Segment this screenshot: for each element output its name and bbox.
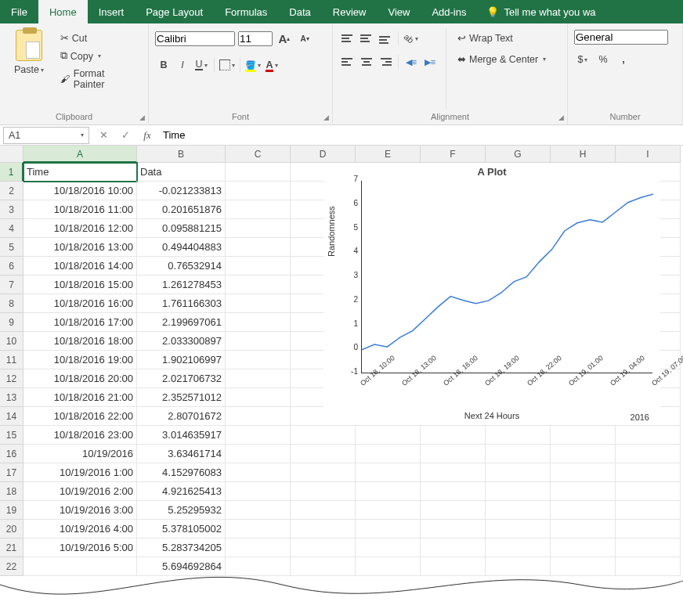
row-header-10[interactable]: 10 [0, 332, 23, 351]
cell[interactable] [551, 482, 616, 501]
cell[interactable] [291, 520, 356, 539]
cell[interactable] [421, 539, 486, 557]
cell[interactable] [226, 238, 291, 257]
cell[interactable]: 4.921625413 [137, 482, 226, 501]
paste-button[interactable]: Paste▾ [6, 27, 52, 75]
name-box[interactable]: A1 ▾ [3, 127, 89, 144]
cell[interactable]: 1.902106997 [137, 351, 226, 369]
cell[interactable]: 3.014635917 [137, 426, 226, 445]
fx-button[interactable]: fx [136, 129, 158, 142]
cell[interactable] [421, 520, 486, 539]
cell[interactable]: 10/18/2016 19:00 [23, 351, 137, 369]
tab-home[interactable]: Home [38, 0, 88, 23]
grow-font-button[interactable]: A▴ [276, 30, 293, 47]
cell[interactable] [226, 313, 291, 332]
cell[interactable] [551, 463, 616, 482]
tab-addins[interactable]: Add-ins [421, 0, 477, 23]
cell[interactable] [356, 539, 421, 557]
column-header-G[interactable]: G [486, 146, 551, 163]
cell[interactable] [226, 257, 291, 276]
bold-button[interactable]: B [155, 56, 172, 74]
percent-button[interactable]: % [594, 51, 612, 68]
cell[interactable]: 0.494404883 [137, 238, 226, 257]
cell[interactable] [356, 501, 421, 520]
fill-color-button[interactable]: 🪣▾ [244, 56, 262, 74]
comma-button[interactable]: , [615, 51, 632, 68]
row-header-8[interactable]: 8 [0, 294, 23, 313]
cell[interactable] [226, 539, 291, 557]
cell[interactable]: 5.378105002 [137, 520, 226, 539]
row-header-14[interactable]: 14 [0, 407, 23, 426]
cell[interactable] [616, 520, 681, 539]
cell[interactable] [226, 294, 291, 313]
cell[interactable] [291, 501, 356, 520]
cell[interactable]: 5.25295932 [137, 501, 226, 520]
tab-review[interactable]: Review [322, 0, 378, 23]
cell[interactable] [486, 501, 551, 520]
cell[interactable]: 10/18/2016 22:00 [23, 407, 137, 426]
row-header-16[interactable]: 16 [0, 445, 23, 463]
cell[interactable] [616, 482, 681, 501]
cell[interactable] [226, 501, 291, 520]
copy-button[interactable]: ⧉Copy▾ [56, 48, 142, 64]
select-all-corner[interactable] [0, 146, 23, 163]
cell[interactable]: 10/18/2016 12:00 [23, 219, 137, 238]
cell[interactable] [421, 501, 486, 520]
column-header-B[interactable]: B [137, 146, 226, 163]
cell[interactable] [226, 163, 291, 182]
cell[interactable]: 2.033300897 [137, 332, 226, 351]
row-header-13[interactable]: 13 [0, 388, 23, 407]
cell[interactable]: 10/19/2016 2:00 [23, 482, 137, 501]
underline-button[interactable]: U▾ [193, 56, 210, 74]
merge-center-button[interactable]: ⬌Merge & Center▾ [454, 51, 550, 67]
column-header-F[interactable]: F [421, 146, 486, 163]
cell[interactable] [291, 482, 356, 501]
cell[interactable] [616, 426, 681, 445]
cell[interactable] [226, 463, 291, 482]
cell[interactable]: 1.761166303 [137, 294, 226, 313]
row-header-18[interactable]: 18 [0, 482, 23, 501]
font-name-select[interactable] [155, 31, 235, 46]
cell[interactable] [421, 445, 486, 463]
cell[interactable]: 10/18/2016 15:00 [23, 276, 137, 294]
cell[interactable]: 2.352571012 [137, 388, 226, 407]
tab-view[interactable]: View [377, 0, 421, 23]
cell[interactable] [226, 351, 291, 369]
cancel-formula-button[interactable]: ✕ [92, 129, 114, 141]
cell[interactable] [421, 426, 486, 445]
row-header-11[interactable]: 11 [0, 351, 23, 369]
cell[interactable]: 10/18/2016 14:00 [23, 257, 137, 276]
cell[interactable] [226, 182, 291, 200]
column-header-D[interactable]: D [291, 146, 356, 163]
chevron-down-icon[interactable]: ▾ [41, 67, 44, 74]
cell[interactable] [291, 539, 356, 557]
cell[interactable] [356, 463, 421, 482]
cell[interactable] [226, 388, 291, 407]
tab-page-layout[interactable]: Page Layout [135, 0, 214, 23]
tab-data[interactable]: Data [278, 0, 321, 23]
decrease-indent-button[interactable]: ◀≡ [403, 53, 420, 70]
cell[interactable]: 0.095881215 [137, 219, 226, 238]
align-middle-button[interactable] [358, 30, 375, 47]
cell[interactable] [226, 219, 291, 238]
row-header-21[interactable]: 21 [0, 539, 23, 557]
cell[interactable] [551, 501, 616, 520]
cell[interactable]: 1.261278453 [137, 276, 226, 294]
cell[interactable] [356, 520, 421, 539]
align-left-button[interactable] [339, 53, 356, 70]
column-header-E[interactable]: E [356, 146, 421, 163]
cell[interactable] [421, 482, 486, 501]
cell[interactable] [226, 426, 291, 445]
cell[interactable] [226, 276, 291, 294]
cell[interactable] [616, 539, 681, 557]
row-header-15[interactable]: 15 [0, 426, 23, 445]
cell[interactable] [486, 539, 551, 557]
cell[interactable]: 2.80701672 [137, 407, 226, 426]
cell[interactable]: 5.283734205 [137, 539, 226, 557]
format-painter-button[interactable]: 🖌Format Painter [56, 66, 142, 92]
cell[interactable]: 10/19/2016 3:00 [23, 501, 137, 520]
cell[interactable]: 10/18/2016 13:00 [23, 238, 137, 257]
cell[interactable]: 10/19/2016 1:00 [23, 463, 137, 482]
row-header-7[interactable]: 7 [0, 276, 23, 294]
row-header-17[interactable]: 17 [0, 463, 23, 482]
